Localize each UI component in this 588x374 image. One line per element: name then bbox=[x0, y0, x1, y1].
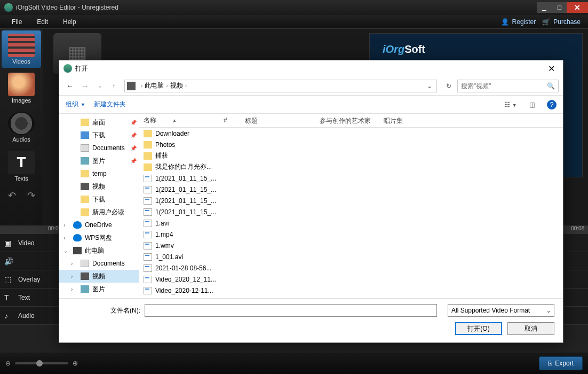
tree-item[interactable]: ›WPS网盘 bbox=[59, 231, 139, 244]
filetype-select[interactable]: All Supported Video Format ⌄ bbox=[448, 304, 554, 317]
tool-label: Images bbox=[2, 97, 41, 104]
file-row[interactable]: 1.wmv bbox=[139, 240, 563, 251]
preview-pane-button[interactable]: ◫ bbox=[526, 101, 538, 108]
breadcrumb[interactable]: › 此电脑 › 视频 › ⌄ bbox=[124, 80, 437, 92]
nav-back-button[interactable]: ← bbox=[63, 82, 76, 90]
texts-icon: T bbox=[8, 151, 35, 174]
file-row[interactable]: Photos bbox=[139, 139, 563, 150]
file-name: 2021-01-28 08-56... bbox=[155, 264, 211, 272]
file-row[interactable]: Video_2020_12_11... bbox=[139, 274, 563, 285]
menu-help[interactable]: Help bbox=[55, 18, 84, 26]
filename-input[interactable] bbox=[145, 304, 437, 317]
file-row[interactable]: 1(2021_01_11_15_... bbox=[139, 195, 563, 206]
file-row[interactable]: 1(2021_01_11_15_... bbox=[139, 173, 563, 184]
tool-images[interactable]: Images bbox=[2, 69, 41, 107]
tree-expand-icon[interactable]: › bbox=[71, 274, 77, 279]
audios-icon bbox=[8, 112, 35, 135]
col-album[interactable]: 唱片集 bbox=[379, 114, 563, 127]
breadcrumb-dropdown[interactable]: ⌄ bbox=[425, 82, 434, 90]
register-link[interactable]: 👤 Register bbox=[498, 18, 539, 26]
search-box[interactable]: 🔍 bbox=[457, 80, 559, 92]
zoom-slider[interactable] bbox=[15, 362, 68, 364]
menu-file[interactable]: File bbox=[4, 18, 29, 26]
export-button[interactable]: ⎘ Export bbox=[539, 356, 583, 370]
tree-item[interactable]: 图片📌 bbox=[59, 154, 139, 167]
track-overlay-label[interactable]: ⬚Overlay bbox=[0, 270, 48, 289]
tree-expand-icon[interactable]: › bbox=[63, 222, 70, 228]
file-row[interactable]: 1.avi bbox=[139, 217, 563, 229]
open-button[interactable]: 打开(O) bbox=[455, 322, 502, 335]
tree-expand-icon[interactable]: › bbox=[63, 235, 70, 241]
nav-forward-button[interactable]: → bbox=[78, 82, 91, 90]
cancel-button[interactable]: 取消 bbox=[507, 322, 554, 335]
file-row[interactable]: 1(2021_01_11_15_... bbox=[139, 184, 563, 195]
file-list[interactable]: DownloaderPhotos捕获我是你的白月光亦...1(2021_01_1… bbox=[139, 128, 563, 298]
col-artist[interactable]: 参与创作的艺术家 bbox=[315, 114, 379, 127]
col-name[interactable]: 名称▲ bbox=[139, 114, 219, 127]
tool-texts[interactable]: T Texts bbox=[2, 147, 41, 185]
tree-pane[interactable]: 桌面📌下载📌Documents📌图片📌temp视频下载新用户必读›OneDriv… bbox=[59, 114, 139, 298]
breadcrumb-seg-0[interactable]: 此电脑 bbox=[145, 81, 164, 90]
tool-videos[interactable]: Videos bbox=[2, 30, 41, 68]
track-video-label[interactable]: ▣Video bbox=[0, 234, 48, 252]
nav-recent-dropdown[interactable]: ⌄ bbox=[93, 83, 106, 89]
dialog-close-button[interactable]: ✕ bbox=[544, 64, 559, 74]
zoom-in-button[interactable]: ⊕ bbox=[73, 360, 78, 367]
organize-button[interactable]: 组织▼ bbox=[66, 100, 85, 109]
nav-up-button[interactable]: ↑ bbox=[108, 82, 119, 90]
col-number[interactable]: # bbox=[219, 114, 241, 127]
new-folder-button[interactable]: 新建文件夹 bbox=[94, 100, 126, 109]
speaker-icon: 🔊 bbox=[4, 257, 14, 266]
tree-item[interactable]: ›Documents bbox=[59, 257, 139, 270]
window-maximize[interactable]: ☐ bbox=[552, 2, 567, 13]
file-row[interactable]: Downloader bbox=[139, 128, 563, 139]
file-row[interactable]: 1_001.avi bbox=[139, 251, 563, 262]
tree-expand-icon[interactable]: › bbox=[71, 286, 77, 292]
file-row[interactable]: 1(2021_01_11_15_... bbox=[139, 206, 563, 217]
file-name: Downloader bbox=[155, 130, 189, 137]
zoom-out-button[interactable]: ⊖ bbox=[5, 360, 11, 367]
tree-item[interactable]: 下载📌 bbox=[59, 129, 139, 142]
col-title[interactable]: 标题 bbox=[241, 114, 315, 127]
tree-item[interactable]: ›图片 bbox=[59, 283, 139, 295]
file-row[interactable]: 1.mp4 bbox=[139, 229, 563, 240]
tool-audios[interactable]: Audios bbox=[2, 108, 41, 146]
export-icon: ⎘ bbox=[548, 360, 552, 367]
undo-button[interactable]: ↶ bbox=[4, 190, 20, 204]
tree-item[interactable]: temp bbox=[59, 167, 139, 180]
tree-expand-icon[interactable]: ⌄ bbox=[63, 248, 70, 254]
tree-item[interactable]: 新用户必读 bbox=[59, 206, 139, 219]
tree-item[interactable]: ›OneDrive bbox=[59, 219, 139, 231]
zoom-thumb[interactable] bbox=[36, 360, 43, 367]
text-track-icon: T bbox=[4, 293, 14, 302]
refresh-button[interactable]: ↻ bbox=[442, 82, 455, 90]
tree-item[interactable]: ⌄此电脑 bbox=[59, 244, 139, 257]
file-row[interactable]: 我是你的白月光亦... bbox=[139, 161, 563, 173]
help-button[interactable]: ? bbox=[547, 100, 557, 110]
track-text-label[interactable]: TText bbox=[0, 289, 48, 307]
view-options-button[interactable]: ☷ ▼ bbox=[504, 101, 517, 108]
track-audio1-label[interactable]: 🔊 bbox=[0, 252, 48, 270]
window-close[interactable]: ✕ bbox=[567, 2, 588, 13]
menu-edit[interactable]: Edit bbox=[29, 18, 55, 26]
file-row[interactable]: Video_2020-12-11... bbox=[139, 285, 563, 296]
tree-item[interactable]: Documents📌 bbox=[59, 142, 139, 154]
search-input[interactable] bbox=[461, 82, 547, 90]
window-minimize[interactable]: ▁ bbox=[537, 2, 552, 13]
redo-button[interactable]: ↷ bbox=[23, 190, 39, 204]
list-header[interactable]: 名称▲ # 标题 参与创作的艺术家 唱片集 bbox=[139, 114, 563, 128]
tool-label: Texts bbox=[2, 175, 41, 182]
file-row[interactable]: 2021-01-28 08-56... bbox=[139, 262, 563, 274]
file-row[interactable]: 捕获 bbox=[139, 150, 563, 161]
tree-item[interactable]: ›视频 bbox=[59, 270, 139, 283]
tree-item[interactable]: 视频 bbox=[59, 180, 139, 193]
tree-item[interactable]: 下载 bbox=[59, 193, 139, 206]
tree-expand-icon[interactable]: › bbox=[71, 261, 77, 267]
app-title: iOrgSoft Video Editor - Unregistered bbox=[16, 4, 537, 11]
tree-item[interactable]: 桌面📌 bbox=[59, 116, 139, 129]
track-audio-label[interactable]: ♪Audio bbox=[0, 307, 48, 325]
purchase-link[interactable]: 🛒 Purchase bbox=[539, 18, 584, 26]
pin-icon: 📌 bbox=[130, 120, 137, 126]
breadcrumb-seg-1[interactable]: 视频 bbox=[170, 81, 183, 90]
dialog-footer: 文件名(N): All Supported Video Format ⌄ 打开(… bbox=[59, 298, 563, 342]
